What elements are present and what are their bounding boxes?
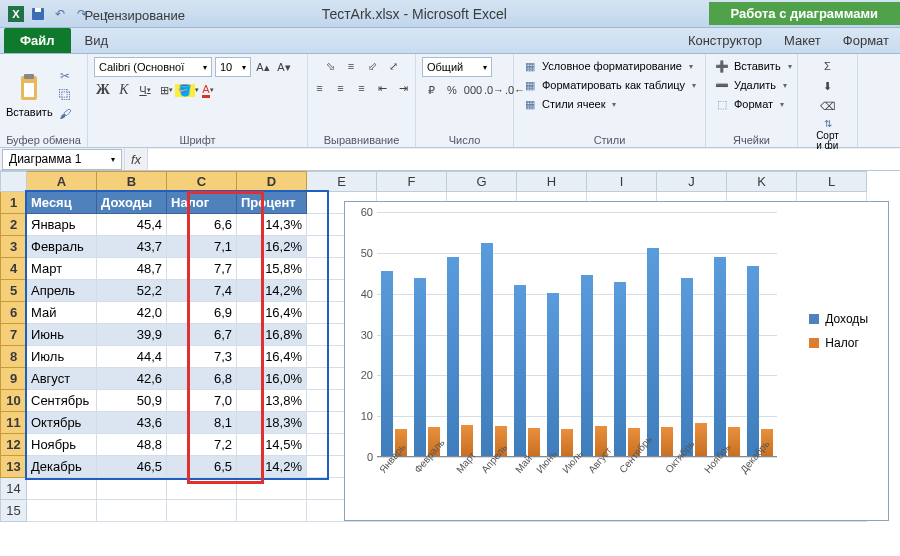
increase-font-icon[interactable]: A▴ [254,58,272,76]
bar-income[interactable] [514,285,526,457]
cell-styles-button[interactable]: ▦Стили ячеек [520,95,618,113]
percent-icon[interactable]: % [443,81,461,99]
cell[interactable]: 14,5% [237,434,307,456]
bar-income[interactable] [581,275,593,456]
cell[interactable]: 44,4 [97,346,167,368]
cell[interactable]: 7,3 [167,346,237,368]
bar-group[interactable] [581,275,607,456]
cell[interactable]: 6,7 [167,324,237,346]
cell[interactable]: 7,2 [167,434,237,456]
decrease-font-icon[interactable]: A▾ [275,58,293,76]
embedded-chart[interactable]: 0102030405060 ЯнварьФевральМартАпрельМай… [344,201,889,521]
bar-income[interactable] [747,266,759,456]
cell[interactable]: Январь [27,214,97,236]
cut-icon[interactable]: ✂ [57,68,73,84]
align-middle-icon[interactable]: ≡ [342,57,360,75]
cell[interactable] [167,478,237,500]
cell[interactable]: 42,6 [97,368,167,390]
number-format-combo[interactable]: Общий▾ [422,57,492,77]
name-box[interactable]: Диаграмма 1▾ [2,149,122,170]
align-bottom-icon[interactable]: ⬃ [363,57,381,75]
cell[interactable] [97,500,167,522]
cell[interactable] [167,500,237,522]
bar-income[interactable] [414,278,426,456]
cell[interactable]: 43,6 [97,412,167,434]
row-header[interactable]: 1 [1,192,27,214]
cell[interactable]: 43,7 [97,236,167,258]
format-painter-icon[interactable]: 🖌 [57,106,73,122]
bar-income[interactable] [447,257,459,456]
column-header[interactable]: I [587,172,657,192]
indent-decrease-icon[interactable]: ⇤ [374,79,392,97]
orientation-icon[interactable]: ⤢ [384,57,402,75]
cell[interactable] [97,478,167,500]
cell[interactable]: 45,4 [97,214,167,236]
cell[interactable]: 52,2 [97,280,167,302]
align-top-icon[interactable]: ⬂ [321,57,339,75]
tab-Макет[interactable]: Макет [773,28,832,53]
bar-income[interactable] [647,248,659,456]
tab-Рецензирование[interactable]: Рецензирование [74,3,214,28]
cell[interactable]: Декабрь [27,456,97,478]
increase-decimal-icon[interactable]: .0→ [485,81,503,99]
cell[interactable]: 16,2% [237,236,307,258]
cell[interactable]: 8,1 [167,412,237,434]
cell[interactable]: 7,0 [167,390,237,412]
row-header[interactable]: 4 [1,258,27,280]
row-header[interactable]: 6 [1,302,27,324]
cell[interactable]: Июнь [27,324,97,346]
bar-tax[interactable] [695,423,707,456]
bar-tax[interactable] [528,428,540,456]
row-header[interactable]: 2 [1,214,27,236]
fill-color-button[interactable]: 🪣▾ [178,81,196,99]
indent-increase-icon[interactable]: ⇥ [395,79,413,97]
delete-cells-button[interactable]: ➖Удалить [712,76,789,94]
bar-group[interactable] [414,278,440,456]
font-size-combo[interactable]: 10▾ [215,57,251,77]
bold-button[interactable]: Ж [94,81,112,99]
cell[interactable]: 15,8% [237,258,307,280]
fill-icon[interactable]: ⬇ [819,77,837,95]
cell[interactable]: Август [27,368,97,390]
copy-icon[interactable]: ⿻ [57,87,73,103]
row-header[interactable]: 14 [1,478,27,500]
row-header[interactable]: 9 [1,368,27,390]
cell[interactable]: Сентябрь [27,390,97,412]
column-header[interactable]: E [307,172,377,192]
row-header[interactable]: 15 [1,500,27,522]
cell[interactable]: 39,9 [97,324,167,346]
bar-group[interactable] [747,266,773,456]
cell[interactable]: 48,7 [97,258,167,280]
font-name-combo[interactable]: Calibri (Основної▾ [94,57,212,77]
row-header[interactable]: 10 [1,390,27,412]
cell[interactable]: 16,0% [237,368,307,390]
tab-Формат[interactable]: Формат [832,28,900,53]
cell[interactable]: 16,4% [237,302,307,324]
cell[interactable]: 7,1 [167,236,237,258]
cell[interactable]: Март [27,258,97,280]
row-header[interactable]: 7 [1,324,27,346]
fx-icon[interactable]: fx [124,148,148,170]
cell[interactable]: Апрель [27,280,97,302]
comma-icon[interactable]: 000 [464,81,482,99]
cell[interactable]: Процент [237,192,307,214]
cell[interactable]: 16,8% [237,324,307,346]
bar-income[interactable] [481,243,493,456]
cell[interactable]: Февраль [27,236,97,258]
cell[interactable]: 14,2% [237,456,307,478]
column-header[interactable]: C [167,172,237,192]
cell[interactable]: Налог [167,192,237,214]
column-header[interactable]: H [517,172,587,192]
format-as-table-button[interactable]: ▦Форматировать как таблицу [520,76,698,94]
bar-group[interactable] [681,278,707,456]
clear-icon[interactable]: ⌫ [819,97,837,115]
save-icon[interactable] [30,6,46,22]
paste-button[interactable]: Вставить [6,72,53,118]
bar-group[interactable] [547,293,573,456]
bar-group[interactable] [481,243,507,456]
bar-group[interactable] [647,248,673,456]
column-header[interactable]: K [727,172,797,192]
tab-Конструктор[interactable]: Конструктор [677,28,773,53]
underline-button[interactable]: Ч▾ [136,81,154,99]
bar-tax[interactable] [661,427,673,456]
